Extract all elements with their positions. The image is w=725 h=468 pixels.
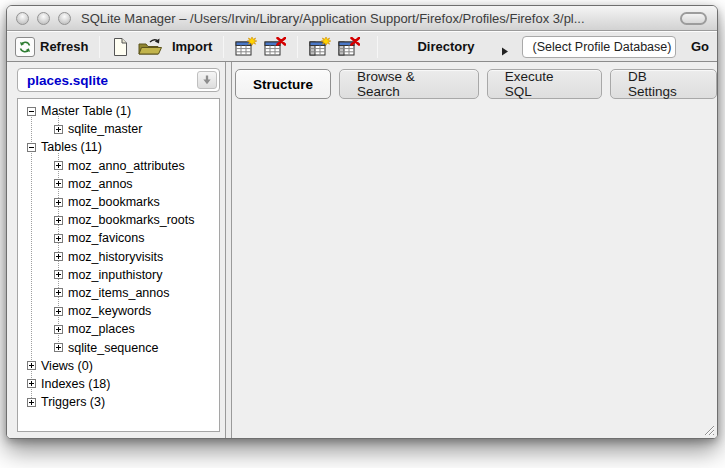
tree-item[interactable]: moz_bookmarks [18,193,219,211]
tree-item[interactable]: moz_historyvisits [18,248,219,266]
directory-menu-label[interactable]: Directory [417,39,474,54]
create-index-icon[interactable] [309,37,331,57]
tree-section-label: Indexes (18) [41,377,110,391]
tree-item[interactable]: sqlite_sequence [18,338,219,356]
tree-item-label: sqlite_sequence [68,341,158,355]
tree-section-master-table[interactable]: Master Table (1) [18,102,219,120]
tree-section-indexes[interactable]: Indexes (18) [18,375,219,393]
minimize-window-button[interactable] [37,12,50,25]
tree-item[interactable]: moz_annos [18,175,219,193]
tab-structure[interactable]: Structure [235,69,331,99]
tree-section-label: Tables (11) [41,140,102,154]
tree-section-triggers[interactable]: Triggers (3) [18,393,219,411]
tab-browse-search[interactable]: Browse & Search [339,69,479,99]
expand-icon[interactable] [54,288,63,297]
expand-icon[interactable] [54,161,63,170]
drop-index-icon[interactable] [338,37,360,57]
go-button[interactable]: Go [691,39,709,54]
collapse-icon[interactable] [27,143,36,152]
tree-item-label: sqlite_master [68,122,142,136]
tree-item-label: moz_favicons [68,231,144,245]
database-selector[interactable]: places.sqlite [17,68,220,92]
database-object-tree: Master Table (1) sqlite_master Tables (1… [17,98,220,432]
window-controls [16,12,71,25]
collapse-icon[interactable] [27,107,36,116]
refresh-icon [15,37,35,57]
tree-item[interactable]: moz_places [18,320,219,338]
tree-section-label: Master Table (1) [41,104,131,118]
tree-item-label: moz_bookmarks_roots [68,213,194,227]
toolbar-toggle-pill-button[interactable] [680,12,707,25]
tab-execute-sql[interactable]: Execute SQL [487,69,602,99]
expand-icon[interactable] [54,216,63,225]
tree-item-label: moz_annos [68,177,133,191]
toolbar-separator [223,36,224,58]
tree-item-label: moz_items_annos [68,286,169,300]
toolbar: Refresh Import [7,31,717,62]
database-selector-value: places.sqlite [18,73,197,88]
new-database-icon[interactable] [111,37,130,57]
title-bar: SQLite Manager – /Users/Irvin/Library/Ap… [7,6,717,31]
expand-icon[interactable] [54,179,63,188]
refresh-button[interactable]: Refresh [15,37,88,57]
open-database-folder-icon[interactable] [137,37,165,57]
main-panel: Structure Browse & Search Execute SQL DB… [232,62,717,438]
tree-item[interactable]: moz_items_annos [18,284,219,302]
tree-item-label: moz_inputhistory [68,268,163,282]
expand-icon[interactable] [54,252,63,261]
tree-section-label: Views (0) [41,359,93,373]
sidebar: places.sqlite Master Table (1) sqlite_ma… [7,62,225,438]
directory-menu-arrow-icon[interactable] [501,42,509,51]
window-title: SQLite Manager – /Users/Irvin/Library/Ap… [81,11,585,26]
create-table-icon[interactable] [235,37,257,57]
resize-grip[interactable] [701,422,715,436]
expand-icon[interactable] [54,343,63,352]
profile-database-select[interactable]: (Select Profile Database) [522,36,675,58]
tree-section-label: Triggers (3) [41,395,105,409]
tree-section-views[interactable]: Views (0) [18,357,219,375]
toolbar-separator [99,36,100,58]
toolbar-separator [377,36,378,58]
expand-icon[interactable] [27,398,36,407]
tree-section-tables[interactable]: Tables (11) [18,138,219,156]
tree-item-sqlite-master[interactable]: sqlite_master [18,120,219,138]
zoom-window-button[interactable] [58,12,71,25]
tree-item[interactable]: moz_inputhistory [18,266,219,284]
expand-icon[interactable] [54,307,63,316]
close-window-button[interactable] [16,12,29,25]
tree-item-label: moz_places [68,322,135,336]
tree-item-label: moz_anno_attributes [68,159,185,173]
tree-children-tables: moz_anno_attributes moz_annos moz_bookma… [18,157,219,357]
tree-item[interactable]: moz_bookmarks_roots [18,211,219,229]
drop-table-icon[interactable] [264,37,286,57]
toolbar-separator [297,36,298,58]
expand-icon[interactable] [54,325,63,334]
profile-database-select-value: (Select Profile Database) [523,40,675,54]
tree-item[interactable]: moz_favicons [18,229,219,247]
tree-item-label: moz_historyvisits [68,250,163,264]
tab-db-settings[interactable]: DB Settings [610,69,717,99]
tree-children-master-table: sqlite_master [18,120,219,138]
tree-item[interactable]: moz_keywords [18,302,219,320]
app-window: SQLite Manager – /Users/Irvin/Library/Ap… [6,5,718,439]
expand-icon[interactable] [27,379,36,388]
tree-item[interactable]: moz_anno_attributes [18,157,219,175]
tab-bar: Structure Browse & Search Execute SQL DB… [232,62,717,99]
expand-icon[interactable] [54,198,63,207]
expand-icon[interactable] [54,125,63,134]
tree-item-label: moz_bookmarks [68,195,160,209]
expand-icon[interactable] [27,361,36,370]
database-selector-dropdown-arrow-icon[interactable] [197,71,217,89]
sidebar-splitter[interactable] [225,62,232,438]
tree-item-label: moz_keywords [68,304,151,318]
expand-icon[interactable] [54,270,63,279]
refresh-label: Refresh [40,39,88,54]
expand-icon[interactable] [54,234,63,243]
app-body: places.sqlite Master Table (1) sqlite_ma… [7,62,717,438]
import-label[interactable]: Import [172,39,212,54]
